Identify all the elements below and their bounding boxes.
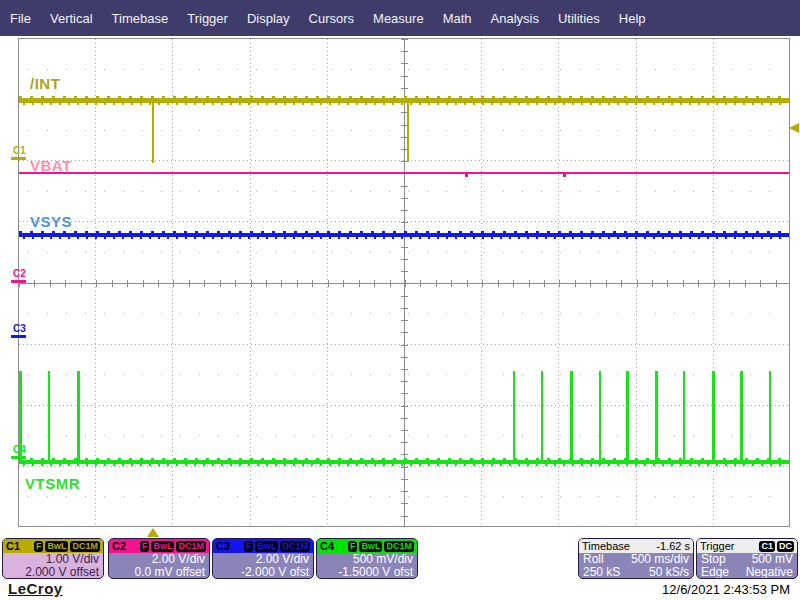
menu-bar: FileVerticalTimebaseTriggerDisplayCursor… bbox=[0, 0, 800, 36]
c1-badge-f: F bbox=[34, 541, 44, 552]
c3-badge-f: F bbox=[244, 541, 254, 552]
timebase-delay-value: -1.62 s bbox=[656, 540, 690, 552]
channel-box-c3[interactable]: C3FBwLDC1M2.00 V/div-2.000 V ofst bbox=[212, 538, 314, 579]
menu-item-utilities[interactable]: Utilities bbox=[558, 11, 600, 26]
c1-header: C1FBwLDC1M bbox=[3, 539, 103, 553]
timebase-samplerate: 50 kS/s bbox=[649, 566, 689, 579]
menu-item-vertical[interactable]: Vertical bbox=[50, 11, 93, 26]
c3-badge-bwl: BwL bbox=[255, 541, 278, 552]
lecroy-logo: LeCroy bbox=[8, 580, 63, 597]
c1-badge-bwl: BwL bbox=[45, 541, 68, 552]
menu-item-cursors[interactable]: Cursors bbox=[309, 11, 355, 26]
trigger-time-marker[interactable] bbox=[147, 528, 159, 537]
trigger-title: Trigger bbox=[700, 540, 734, 552]
c1-offset: 2.000 V offset bbox=[3, 566, 103, 579]
menu-item-measure[interactable]: Measure bbox=[373, 11, 424, 26]
trigger-slope: Negative bbox=[746, 566, 793, 579]
timebase-title: Timebase bbox=[582, 540, 630, 552]
c4-header: C4FBwLDC1M bbox=[317, 539, 417, 553]
trigger-box[interactable]: Trigger C1 DC Stop 500 mV Edge Negative bbox=[696, 538, 798, 579]
c3-header: C3FBwLDC1M bbox=[213, 539, 313, 553]
c2-id: C2 bbox=[112, 540, 126, 552]
c3-badges: FBwLDC1M bbox=[244, 541, 310, 552]
oscilloscope-screen: FileVerticalTimebaseTriggerDisplayCursor… bbox=[0, 0, 800, 600]
channel-box-c2[interactable]: C2FBwLDC1M2.00 V/div0.0 mV offset bbox=[108, 538, 210, 579]
datetime: 12/6/2021 2:43:53 PM bbox=[662, 582, 790, 597]
channel-box-c4[interactable]: C4FBwLDC1M500 mV/div-1.5000 V ofst bbox=[316, 538, 418, 579]
c2-badges: FBwLDC1M bbox=[140, 541, 206, 552]
c4-badge-bwl: BwL bbox=[359, 541, 382, 552]
c2-badge-dc1m: DC1M bbox=[176, 541, 206, 552]
menu-item-display[interactable]: Display bbox=[247, 11, 290, 26]
c4-badge-f: F bbox=[348, 541, 358, 552]
channel-box-c1[interactable]: C1FBwLDC1M1.00 V/div2.000 V offset bbox=[2, 538, 104, 579]
trigger-coupling-badge: DC bbox=[777, 541, 794, 552]
c2-badge-bwl: BwL bbox=[151, 541, 174, 552]
c4-offset: -1.5000 V ofst bbox=[317, 566, 417, 579]
trigger-type: Edge bbox=[701, 566, 729, 579]
trigger-level-marker[interactable] bbox=[789, 123, 799, 133]
c4-badge-dc1m: DC1M bbox=[384, 541, 414, 552]
c4-badges: FBwLDC1M bbox=[348, 541, 414, 552]
c1-badges: FBwLDC1M bbox=[34, 541, 100, 552]
menu-item-timebase[interactable]: Timebase bbox=[112, 11, 169, 26]
menu-item-file[interactable]: File bbox=[10, 11, 31, 26]
menu-item-trigger[interactable]: Trigger bbox=[187, 11, 228, 26]
menu-item-math[interactable]: Math bbox=[443, 11, 472, 26]
c2-badge-f: F bbox=[140, 541, 150, 552]
graticule[interactable] bbox=[18, 38, 790, 527]
c4-id: C4 bbox=[320, 540, 334, 552]
menu-item-help[interactable]: Help bbox=[619, 11, 646, 26]
trigger-source-badge: C1 bbox=[759, 541, 775, 552]
c1-id: C1 bbox=[6, 540, 20, 552]
c1-badge-dc1m: DC1M bbox=[70, 541, 100, 552]
timebase-box[interactable]: Timebase -1.62 s Roll 500 ms/div 250 kS … bbox=[578, 538, 694, 579]
c3-id: C3 bbox=[216, 540, 230, 552]
c3-offset: -2.000 V ofst bbox=[213, 566, 313, 579]
c2-offset: 0.0 mV offset bbox=[109, 566, 209, 579]
menu-item-analysis[interactable]: Analysis bbox=[491, 11, 539, 26]
c3-badge-dc1m: DC1M bbox=[280, 541, 310, 552]
timebase-samples: 250 kS bbox=[583, 566, 620, 579]
c2-header: C2FBwLDC1M bbox=[109, 539, 209, 553]
